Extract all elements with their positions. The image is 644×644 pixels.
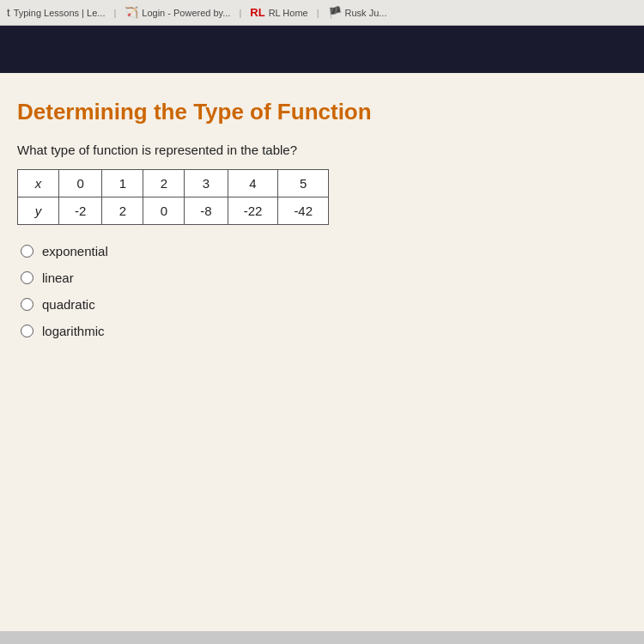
- option-label-logarithmic: logarithmic: [42, 324, 105, 338]
- x-val-5: 5: [278, 170, 329, 197]
- question-text: What type of function is represented in …: [17, 143, 627, 157]
- tab-icon-rusk: 🏴: [328, 6, 342, 19]
- answer-options: exponential linear quadratic logarithmic: [21, 244, 627, 338]
- option-label-exponential: exponential: [42, 244, 108, 258]
- tab-icon-login: 🏹: [125, 6, 138, 19]
- tab-separator-2: |: [239, 8, 241, 18]
- x-val-2: 2: [143, 170, 185, 197]
- top-nav-bar: [0, 26, 644, 73]
- page-title: Determining the Type of Function: [17, 99, 627, 125]
- option-quadratic[interactable]: quadratic: [21, 297, 627, 312]
- tab-label-typing: Typing Lessons | Le...: [14, 8, 106, 18]
- data-table: x 0 1 2 3 4 5 y -2 2 0 -8 -22 -42: [17, 169, 329, 225]
- tab-separator-1: |: [113, 8, 116, 18]
- y-label: y: [18, 197, 59, 225]
- option-exponential[interactable]: exponential: [21, 244, 627, 258]
- tab-label-rusk: Rusk Ju...: [345, 8, 387, 18]
- tab-login[interactable]: 🏹 Login - Powered by...: [125, 6, 230, 19]
- y-val-4: -22: [228, 197, 278, 225]
- x-val-3: 3: [185, 170, 228, 197]
- tab-icon-typing: t: [7, 6, 10, 19]
- radio-logarithmic[interactable]: [21, 325, 33, 337]
- y-val-1: 2: [102, 197, 143, 225]
- option-label-quadratic: quadratic: [42, 297, 95, 312]
- x-val-0: 0: [59, 170, 102, 197]
- x-label: x: [18, 170, 59, 197]
- y-val-0: -2: [59, 197, 102, 225]
- table-row-y: y -2 2 0 -8 -22 -42: [18, 197, 329, 225]
- tab-label-rl: RL Home: [269, 8, 308, 18]
- y-val-3: -8: [185, 197, 228, 225]
- y-val-5: -42: [278, 197, 329, 225]
- tab-separator-3: |: [317, 8, 319, 18]
- main-content-area: Determining the Type of Function What ty…: [0, 73, 644, 631]
- option-logarithmic[interactable]: logarithmic: [21, 324, 627, 338]
- tab-typing-lessons[interactable]: t Typing Lessons | Le...: [7, 6, 105, 19]
- browser-tab-bar: t Typing Lessons | Le... | 🏹 Login - Pow…: [0, 0, 644, 26]
- radio-linear[interactable]: [21, 271, 33, 284]
- x-val-1: 1: [102, 170, 143, 197]
- radio-exponential[interactable]: [21, 245, 33, 258]
- tab-label-login: Login - Powered by...: [142, 8, 230, 18]
- option-label-linear: linear: [42, 270, 74, 285]
- table-row-x: x 0 1 2 3 4 5: [18, 170, 329, 197]
- option-linear[interactable]: linear: [21, 270, 627, 285]
- tab-rl-home[interactable]: RL RL Home: [250, 6, 307, 19]
- x-val-4: 4: [228, 170, 278, 197]
- y-val-2: 0: [143, 197, 185, 225]
- tab-icon-rl: RL: [250, 6, 264, 19]
- tab-rusk[interactable]: 🏴 Rusk Ju...: [328, 6, 387, 19]
- radio-quadratic[interactable]: [21, 298, 33, 311]
